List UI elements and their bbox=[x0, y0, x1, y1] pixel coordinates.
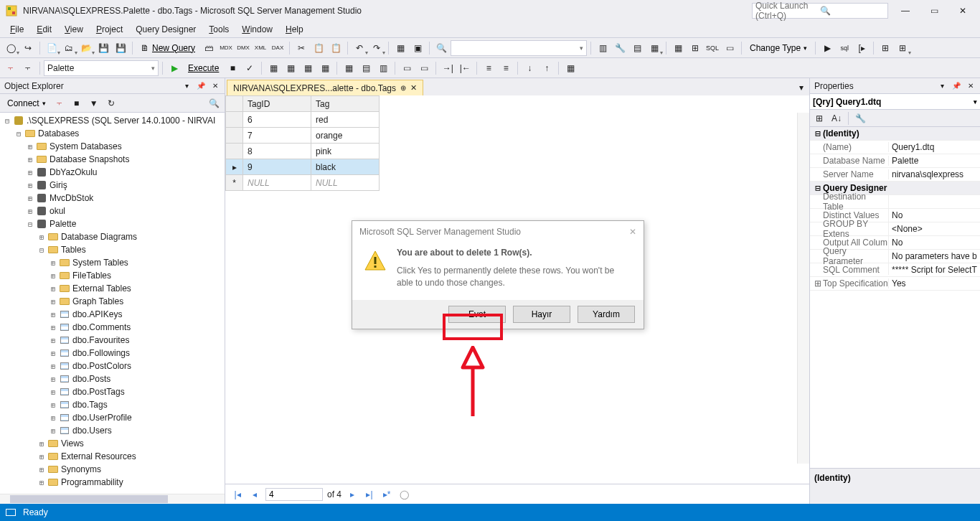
dropdown-icon[interactable]: ▾ bbox=[937, 81, 947, 91]
menu-help[interactable]: Help bbox=[280, 23, 309, 36]
execute-button[interactable]: Execute bbox=[184, 60, 223, 76]
sql-pane-icon[interactable]: SQL bbox=[705, 40, 720, 56]
expand-icon[interactable]: ⊞ bbox=[24, 143, 36, 151]
execute-play-icon[interactable]: ▶ bbox=[166, 60, 182, 76]
nav-next-icon[interactable]: ▸ bbox=[346, 489, 359, 499]
expand-icon[interactable]: ⊞ bbox=[47, 298, 59, 306]
new-project-button[interactable]: 🗂 bbox=[61, 40, 77, 56]
show-grid-icon[interactable]: ⊞ bbox=[687, 40, 703, 56]
expand-icon[interactable]: ⊞ bbox=[24, 182, 36, 189]
expand-icon[interactable]: ⊞ bbox=[47, 311, 59, 319]
tree-table[interactable]: dbo.Tags bbox=[72, 400, 108, 410]
menu-query-designer[interactable]: Query Designer bbox=[130, 23, 202, 36]
new-query-button[interactable]: 🗎 New Query bbox=[136, 40, 199, 56]
dialog-title-bar[interactable]: Microsoft SQL Server Management Studio ✕ bbox=[352, 221, 644, 243]
diagram-pane-icon[interactable]: ▥ bbox=[595, 40, 611, 56]
tree-db-palette[interactable]: Palette bbox=[50, 219, 76, 229]
prop-row[interactable]: (Name)Query1.dtq bbox=[810, 141, 980, 154]
database-combo[interactable]: Palette bbox=[44, 60, 159, 76]
dropdown-icon[interactable]: ▾ bbox=[182, 81, 192, 91]
tree-item[interactable]: Programmability bbox=[61, 477, 123, 487]
tree-item[interactable]: Synonyms bbox=[61, 464, 101, 474]
menu-edit[interactable]: Edit bbox=[31, 23, 57, 36]
nav-fwd-button[interactable]: ↪ bbox=[20, 40, 36, 56]
parse-button[interactable]: ✓ bbox=[242, 60, 258, 76]
quick-launch-input[interactable]: Quick Launch (Ctrl+Q) 🔍 bbox=[752, 3, 888, 19]
close-icon[interactable]: ✕ bbox=[210, 81, 220, 91]
expand-icon[interactable]: ⊞ bbox=[36, 233, 47, 241]
nav-new-icon[interactable]: ▸* bbox=[380, 489, 393, 499]
table-row-new[interactable]: *NULLNULL bbox=[226, 175, 380, 191]
expand-icon[interactable]: ⊞ bbox=[47, 349, 59, 357]
prop-row[interactable]: GROUP BY Extens<None> bbox=[810, 222, 980, 236]
vertical-scrollbar[interactable] bbox=[797, 113, 809, 464]
expand-icon[interactable]: ⊞ bbox=[47, 324, 59, 332]
add-table-icon[interactable]: ⊞ bbox=[877, 40, 893, 56]
expand-icon[interactable]: ⊞ bbox=[36, 440, 47, 448]
expand-icon[interactable]: ⊞ bbox=[47, 285, 59, 293]
prop-row[interactable]: ⊞Top SpecificationYes bbox=[810, 277, 980, 291]
tree-item[interactable]: Graph Tables bbox=[72, 296, 123, 306]
refresh-icon[interactable]: ↻ bbox=[103, 95, 119, 111]
nav-prev-icon[interactable]: ◂ bbox=[248, 489, 261, 499]
tree-item[interactable]: Database Snapshots bbox=[50, 154, 129, 164]
collapse-icon[interactable]: ⊟ bbox=[1, 117, 13, 125]
table-row[interactable]: 6red bbox=[226, 112, 380, 128]
prop-row[interactable]: Server Namenirvana\sqlexpress bbox=[810, 168, 980, 182]
expand-icon[interactable]: ⊞ bbox=[47, 427, 59, 435]
dialog-no-button[interactable]: Hayır bbox=[513, 306, 570, 323]
horizontal-scrollbar[interactable] bbox=[0, 494, 225, 504]
expand-icon[interactable]: ⊞ bbox=[36, 479, 47, 487]
tree-tables[interactable]: Tables bbox=[61, 245, 86, 255]
alphabetical-icon[interactable]: A↓ bbox=[829, 111, 844, 126]
document-tab[interactable]: NIRVANA\SQLEXPRES...alette - dbo.Tags ⊕ … bbox=[227, 80, 423, 95]
prop-row[interactable]: Query ParameterNo parameters have b bbox=[810, 250, 980, 263]
filter-icon[interactable]: ⫟ bbox=[3, 60, 19, 76]
new-item-button[interactable]: 📄 bbox=[44, 40, 60, 56]
expand-icon[interactable]: ⊞ bbox=[47, 272, 59, 280]
tree-table[interactable]: dbo.PostColors bbox=[72, 361, 131, 371]
tree-table[interactable]: dbo.Followings bbox=[72, 348, 130, 358]
tree-db[interactable]: okul bbox=[50, 206, 65, 216]
filter-oe-icon[interactable]: ▼ bbox=[86, 95, 102, 111]
window-icon[interactable]: ▣ bbox=[410, 40, 425, 56]
connect-button[interactable]: Connect▾ bbox=[3, 95, 50, 111]
undo-button[interactable]: ↶ bbox=[352, 40, 367, 56]
disconnect-icon[interactable]: ⫟ bbox=[52, 95, 67, 111]
tree-db[interactable]: MvcDbStok bbox=[50, 193, 93, 203]
expand-icon[interactable]: ⊞ bbox=[47, 259, 59, 267]
plan4-icon[interactable]: ▦ bbox=[317, 60, 333, 76]
redo-button[interactable]: ↷ bbox=[369, 40, 385, 56]
object-explorer-tree[interactable]: ⊟.\SQLEXPRESS (SQL Server 14.0.1000 - NI… bbox=[0, 113, 225, 494]
as-dmx-icon[interactable]: DMX bbox=[235, 40, 251, 56]
results-file-icon[interactable]: ▥ bbox=[375, 60, 391, 76]
pin-icon[interactable]: ⊕ bbox=[400, 84, 406, 92]
expand-icon[interactable]: ⊞ bbox=[24, 194, 36, 202]
tree-databases[interactable]: Databases bbox=[38, 128, 79, 139]
table-row[interactable]: 8pink bbox=[226, 144, 380, 159]
dialog-close-icon[interactable]: ✕ bbox=[629, 227, 636, 237]
collapse-icon[interactable]: ⊟ bbox=[24, 220, 36, 228]
as-dax-icon[interactable]: DAX bbox=[270, 40, 286, 56]
specify-icon[interactable]: ≡ bbox=[481, 60, 496, 76]
prop-row[interactable]: Database NamePalette bbox=[810, 154, 980, 168]
properties-grid[interactable]: ⊟(Identity) (Name)Query1.dtq Database Na… bbox=[810, 127, 980, 468]
expand-icon[interactable]: ⊞ bbox=[47, 337, 59, 344]
menu-window[interactable]: Window bbox=[236, 23, 278, 36]
plan3-icon[interactable]: ▦ bbox=[300, 60, 316, 76]
stop-oe-icon[interactable]: ■ bbox=[69, 95, 85, 111]
specify2-icon[interactable]: ≡ bbox=[498, 60, 514, 76]
indent-icon[interactable]: →| bbox=[440, 60, 456, 76]
open-button[interactable]: 📂 bbox=[78, 40, 94, 56]
close-icon[interactable]: ✕ bbox=[966, 81, 976, 91]
tree-item[interactable]: FileTables bbox=[72, 271, 111, 281]
as-mdx-icon[interactable]: MDX bbox=[218, 40, 234, 56]
expand-icon[interactable]: ⊞ bbox=[24, 207, 36, 215]
show-diagram-icon[interactable]: ▦ bbox=[670, 40, 686, 56]
comment-icon[interactable]: ▭ bbox=[399, 60, 415, 76]
nav-first-icon[interactable]: |◂ bbox=[231, 489, 244, 499]
property-pages-icon[interactable]: 🔧 bbox=[852, 111, 868, 126]
prop-row[interactable]: Destination Table bbox=[810, 195, 980, 209]
tree-item[interactable]: System Databases bbox=[50, 141, 122, 151]
expand-icon[interactable]: ⊞ bbox=[47, 401, 59, 409]
